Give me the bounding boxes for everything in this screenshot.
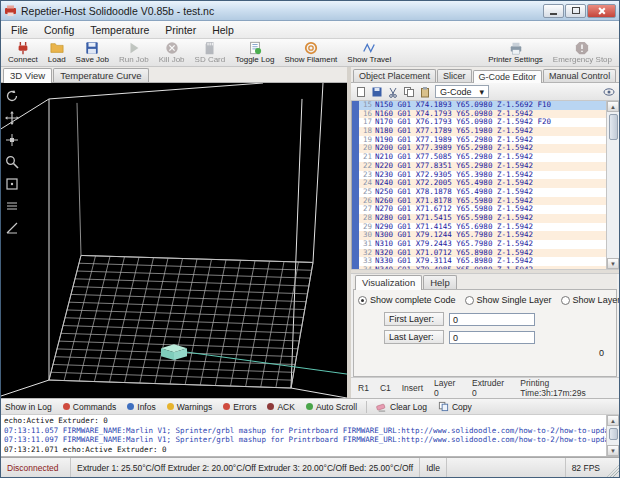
- layers-button[interactable]: [3, 197, 21, 215]
- title-bar[interactable]: Repetier-Host Solidoodle V0.85b - test.n…: [1, 1, 619, 21]
- visualization-content: Show complete Code Show Single Layer Sho…: [353, 290, 617, 377]
- load-icon: [50, 41, 64, 55]
- visualization-tabs: VisualizationHelp: [353, 274, 617, 290]
- show-icon[interactable]: [603, 86, 615, 98]
- view-tab[interactable]: Temperature Curve: [53, 68, 148, 82]
- dropdown-value: G-Code: [440, 87, 472, 97]
- pan-view-button[interactable]: [3, 109, 21, 127]
- window-title: Repetier-Host Solidoodle V0.85b - test.n…: [21, 5, 539, 17]
- show-filament-button[interactable]: Show Filament: [280, 40, 341, 65]
- log-filter-toggles: Commands Infos Warnings Errors ACK Auto …: [58, 401, 362, 413]
- angle-view-button[interactable]: [3, 219, 21, 237]
- viz-radio-option[interactable]: Show Layer Range: [561, 295, 620, 305]
- save-gcode-button[interactable]: [371, 86, 383, 98]
- filter-dot-icon: [167, 403, 174, 410]
- first-layer-label: First Layer:: [384, 312, 444, 326]
- log-filter-toggle[interactable]: Warnings: [162, 401, 218, 413]
- toggle-label: Infos: [137, 402, 155, 412]
- printer-icon: [509, 41, 523, 55]
- log-line: 07:13:11.057 FIRMWARE_NAME:Marlin V1; Sp…: [4, 426, 603, 436]
- view-tab[interactable]: 3D View: [3, 68, 52, 83]
- scroll-down-icon[interactable]: ▼: [607, 445, 619, 456]
- radio-label: Show Layer Range: [573, 295, 620, 305]
- editor-status-segment: C1: [380, 383, 391, 393]
- toggle-label: Auto Scroll: [316, 402, 357, 412]
- toolbar-divider: [366, 401, 367, 413]
- viewport-3d[interactable]: [1, 83, 347, 398]
- gcode-editor[interactable]: 15 N150 G01 X74.1893 Y65.0980 Z-1.5692 F…: [351, 101, 619, 269]
- panel-tab[interactable]: Manual Control: [543, 69, 616, 82]
- clear-log-button[interactable]: Clear Log: [371, 400, 432, 413]
- log-output: echo:Active Extruder: 007:13:11.057 FIRM…: [1, 415, 619, 457]
- copy-button[interactable]: [403, 86, 415, 98]
- log-line: echo:Active Extruder: 0: [4, 416, 603, 426]
- copy-log-button[interactable]: Copy: [433, 400, 477, 413]
- button-label: Printer Settings: [488, 55, 543, 64]
- rotate-view-button[interactable]: [3, 87, 21, 105]
- resize-grip[interactable]: [606, 458, 619, 477]
- load-button[interactable]: Load: [44, 40, 70, 65]
- maximize-button[interactable]: [565, 4, 586, 18]
- copy-icon: [438, 401, 449, 412]
- toggle-label: Commands: [73, 402, 116, 412]
- printer-settings-button[interactable]: Printer Settings: [484, 40, 547, 65]
- button-label: SD Card: [195, 55, 226, 64]
- minimize-button[interactable]: [543, 4, 564, 18]
- viz-tab[interactable]: Help: [423, 275, 457, 289]
- run-job-button[interactable]: Run Job: [115, 40, 153, 65]
- paste-button[interactable]: [419, 86, 431, 98]
- log-line: 07:13:21.071 echo:Active Extruder: 0: [4, 445, 603, 455]
- menu-item[interactable]: Help: [204, 23, 242, 37]
- scroll-down-icon[interactable]: ▼: [607, 258, 619, 269]
- cut-button[interactable]: [387, 86, 399, 98]
- log-filter-toggle[interactable]: Auto Scroll: [301, 401, 362, 413]
- menu-item[interactable]: Printer: [157, 23, 204, 37]
- viz-radio-option[interactable]: Show complete Code: [358, 295, 456, 305]
- last-layer-input[interactable]: 0: [449, 331, 535, 344]
- menu-item[interactable]: Temperature: [82, 23, 157, 37]
- scroll-thumb[interactable]: [609, 428, 618, 440]
- save-job-button[interactable]: Save Job: [72, 40, 113, 65]
- menu-item[interactable]: File: [3, 23, 36, 37]
- first-layer-input[interactable]: 0: [449, 313, 535, 326]
- editor-status-segment: Extruder 0: [472, 378, 509, 398]
- gcode-type-dropdown[interactable]: G-Code ▾: [435, 85, 489, 98]
- editor-status-segment: Printing Time:3h:17m:29s: [520, 378, 612, 398]
- panel-tab[interactable]: Object Placement: [353, 69, 436, 82]
- log-lines: echo:Active Extruder: 007:13:11.057 FIRM…: [1, 415, 606, 456]
- emergency-stop-button[interactable]: Emergency Stop: [549, 40, 616, 65]
- last-layer-label: Last Layer:: [384, 330, 444, 344]
- filter-dot-icon: [267, 403, 274, 410]
- fit-view-button[interactable]: [3, 175, 21, 193]
- kill-job-button[interactable]: Kill Job: [155, 40, 189, 65]
- button-label: Save Job: [76, 55, 109, 64]
- new-gcode-button[interactable]: [355, 86, 367, 98]
- connect-button[interactable]: Connect: [4, 40, 42, 65]
- toggle-log-button[interactable]: Toggle Log: [231, 40, 278, 65]
- show-travel-button[interactable]: Show Travel: [343, 40, 395, 65]
- log-filter-toggle[interactable]: Infos: [122, 401, 160, 413]
- temperature-status: Extruder 1: 25.50°C/Off Extruder 2: 20.0…: [71, 458, 420, 477]
- sd-card-button[interactable]: SD Card: [191, 40, 230, 65]
- log-filter-toggle[interactable]: Errors: [218, 401, 261, 413]
- panel-tab[interactable]: G-Code Editor: [473, 70, 543, 83]
- toggle-label: ACK: [277, 402, 294, 412]
- scroll-track[interactable]: [607, 112, 619, 258]
- scroll-track[interactable]: [607, 426, 619, 445]
- close-button[interactable]: [587, 4, 616, 18]
- scroll-up-icon[interactable]: ▲: [607, 101, 619, 112]
- scroll-thumb[interactable]: [609, 114, 618, 140]
- editor-scrollbar[interactable]: ▲ ▼: [606, 101, 619, 269]
- panel-tab[interactable]: Slicer: [437, 69, 472, 82]
- scroll-up-icon[interactable]: ▲: [607, 415, 619, 426]
- zoom-button[interactable]: [3, 153, 21, 171]
- log-scrollbar[interactable]: ▲ ▼: [606, 415, 619, 456]
- viz-tab[interactable]: Visualization: [355, 275, 422, 290]
- menu-item[interactable]: Config: [36, 23, 82, 37]
- log-filter-toggle[interactable]: Commands: [58, 401, 121, 413]
- button-label: Copy: [452, 402, 472, 412]
- viz-radio-option[interactable]: Show Single Layer: [465, 295, 552, 305]
- move-object-button[interactable]: [3, 131, 21, 149]
- log-filter-toggle[interactable]: ACK: [262, 401, 299, 413]
- filter-dot-icon: [306, 403, 313, 410]
